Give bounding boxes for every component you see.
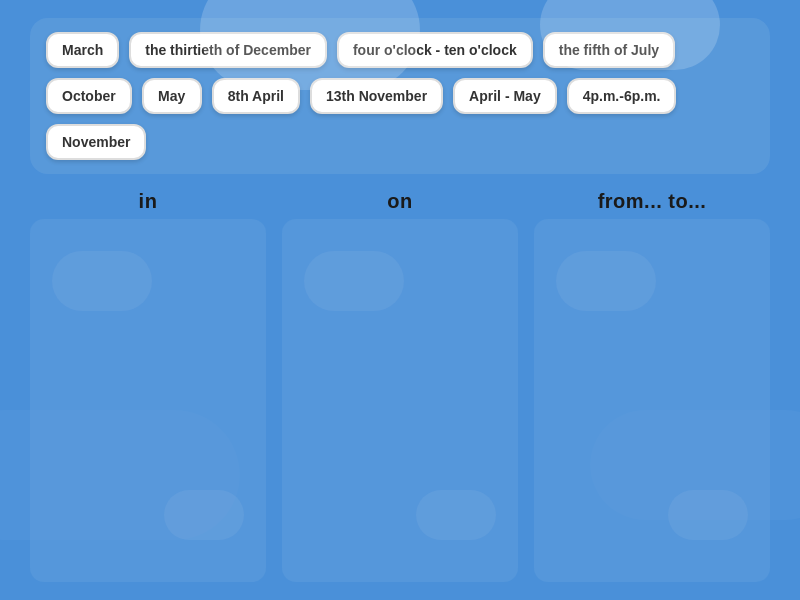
drop-zone-in[interactable] bbox=[30, 219, 266, 582]
label-from-to: from... to... bbox=[534, 190, 770, 213]
card-fifth-july[interactable]: the fifth of July bbox=[543, 32, 675, 68]
main-container: Marchthe thirtieth of Decemberfour o'clo… bbox=[0, 0, 800, 600]
card-thirtieth-december[interactable]: the thirtieth of December bbox=[129, 32, 327, 68]
label-on: on bbox=[282, 190, 518, 213]
drop-zones-labels: inonfrom... to... bbox=[30, 190, 770, 213]
drop-zone-on[interactable] bbox=[282, 219, 518, 582]
card-4pm-6pm[interactable]: 4p.m.-6p.m. bbox=[567, 78, 677, 114]
drop-zone-from-to[interactable] bbox=[534, 219, 770, 582]
card-four-oclock[interactable]: four o'clock - ten o'clock bbox=[337, 32, 533, 68]
label-in: in bbox=[30, 190, 266, 213]
card-13th-november[interactable]: 13th November bbox=[310, 78, 443, 114]
card-march[interactable]: March bbox=[46, 32, 119, 68]
card-november[interactable]: November bbox=[46, 124, 146, 160]
drop-zones-section: inonfrom... to... bbox=[30, 190, 770, 582]
cards-bank: Marchthe thirtieth of Decemberfour o'clo… bbox=[30, 18, 770, 174]
card-april-may[interactable]: April - May bbox=[453, 78, 557, 114]
card-october[interactable]: October bbox=[46, 78, 132, 114]
drop-zones-row bbox=[30, 219, 770, 582]
card-may[interactable]: May bbox=[142, 78, 202, 114]
card-8th-april[interactable]: 8th April bbox=[212, 78, 300, 114]
